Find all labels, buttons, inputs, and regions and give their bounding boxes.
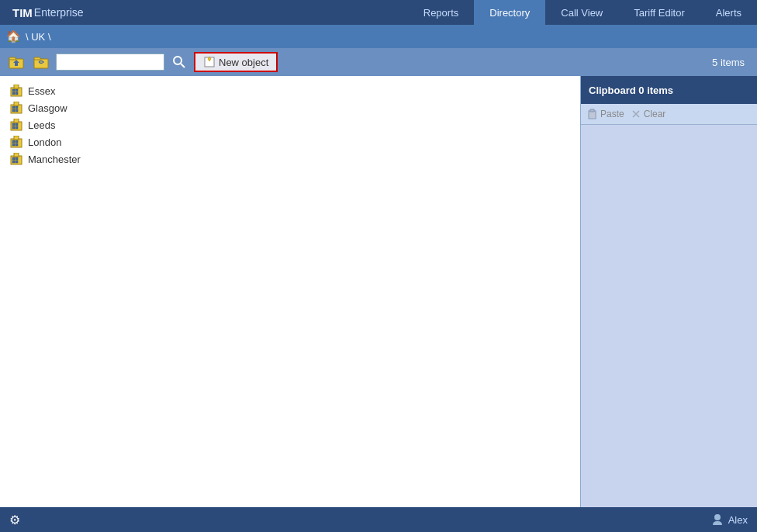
building-icon xyxy=(9,102,23,114)
item-name: Manchester xyxy=(28,154,81,165)
building-icon xyxy=(9,85,23,97)
tab-alerts[interactable]: Alerts xyxy=(700,0,757,25)
nav-tabs: Reports Directory Call View Tariff Edito… xyxy=(408,0,757,25)
folder-up-button[interactable] xyxy=(6,52,26,72)
svg-rect-11 xyxy=(16,89,18,92)
toolbar: New object 5 items xyxy=(0,48,757,76)
paste-label: Paste xyxy=(600,109,624,119)
svg-rect-19 xyxy=(16,109,18,112)
svg-rect-13 xyxy=(16,92,18,95)
svg-point-41 xyxy=(714,514,721,520)
svg-rect-1 xyxy=(9,57,16,60)
new-object-label: New object xyxy=(219,57,268,68)
svg-rect-24 xyxy=(12,126,15,129)
list-item[interactable]: Essex xyxy=(3,82,577,99)
tab-reports[interactable]: Reports xyxy=(408,0,475,25)
footer-user: Alex xyxy=(711,513,748,526)
item-name: Essex xyxy=(28,85,55,97)
svg-rect-26 xyxy=(14,119,19,123)
svg-rect-9 xyxy=(11,88,22,96)
item-name: Leeds xyxy=(28,119,55,131)
search-button[interactable] xyxy=(169,52,189,72)
svg-rect-32 xyxy=(14,136,19,140)
svg-rect-27 xyxy=(11,139,22,147)
home-icon[interactable]: 🏠 xyxy=(6,29,21,43)
svg-rect-28 xyxy=(12,140,15,143)
svg-rect-25 xyxy=(16,126,18,129)
clipboard-panel: Clipboard 0 items Paste Clear xyxy=(580,76,757,507)
folder-refresh-icon xyxy=(33,55,49,69)
list-item[interactable]: London xyxy=(3,133,577,150)
clear-label: Clear xyxy=(644,109,666,119)
search-input[interactable] xyxy=(56,54,164,71)
svg-rect-10 xyxy=(12,89,15,92)
svg-rect-22 xyxy=(12,123,15,126)
clipboard-body xyxy=(581,125,757,507)
tab-callview[interactable]: Call View xyxy=(545,0,618,25)
svg-rect-20 xyxy=(14,102,19,105)
building-icon xyxy=(9,153,23,165)
svg-rect-38 xyxy=(14,153,19,157)
svg-rect-18 xyxy=(12,109,15,112)
clear-button[interactable]: Clear xyxy=(631,109,666,119)
clear-icon xyxy=(631,109,641,119)
clipboard-header: Clipboard 0 items xyxy=(581,76,757,104)
tab-directory[interactable]: Directory xyxy=(474,0,545,25)
search-icon xyxy=(173,56,185,68)
svg-rect-29 xyxy=(16,140,18,143)
main-area: Essex Glasgow xyxy=(0,76,757,507)
breadcrumb-path: \ UK \ xyxy=(26,31,51,43)
svg-rect-40 xyxy=(590,109,594,112)
folder-up-icon xyxy=(9,55,24,69)
logo-tim: TIM xyxy=(12,6,33,19)
svg-point-5 xyxy=(174,57,181,64)
svg-rect-35 xyxy=(16,157,18,160)
paste-icon xyxy=(587,109,598,119)
svg-rect-14 xyxy=(14,85,19,88)
svg-rect-23 xyxy=(16,123,18,126)
footer: ⚙ Alex xyxy=(0,507,757,532)
tab-tariffeditor[interactable]: Tariff Editor xyxy=(618,0,700,25)
svg-rect-17 xyxy=(16,106,18,109)
svg-rect-4 xyxy=(34,57,40,60)
svg-rect-31 xyxy=(16,143,18,146)
svg-rect-34 xyxy=(12,157,15,160)
list-item[interactable]: Glasgow xyxy=(3,99,577,116)
building-icon xyxy=(9,119,23,131)
user-icon xyxy=(711,513,724,526)
settings-button[interactable]: ⚙ xyxy=(9,513,20,527)
breadcrumb: 🏠 \ UK \ xyxy=(0,25,757,48)
logo-area: TIM Enterprise xyxy=(0,6,96,19)
item-name: London xyxy=(28,136,61,148)
svg-rect-37 xyxy=(16,161,18,163)
list-item[interactable]: Leeds xyxy=(3,116,577,133)
svg-rect-21 xyxy=(11,122,22,130)
logo-enterprise: Enterprise xyxy=(34,6,84,19)
svg-line-6 xyxy=(181,64,185,67)
item-name: Glasgow xyxy=(28,102,67,114)
folder-refresh-button[interactable] xyxy=(31,52,51,72)
new-object-icon xyxy=(203,56,216,68)
svg-rect-15 xyxy=(11,105,22,113)
clipboard-title: Clipboard xyxy=(589,85,636,96)
building-icon xyxy=(9,136,23,148)
svg-rect-33 xyxy=(11,156,22,164)
list-item[interactable]: Manchester xyxy=(3,150,577,168)
new-object-button[interactable]: New object xyxy=(194,52,278,72)
svg-rect-30 xyxy=(12,143,15,146)
svg-rect-36 xyxy=(12,161,15,163)
directory-list: Essex Glasgow xyxy=(0,76,580,507)
svg-rect-16 xyxy=(12,106,15,109)
svg-rect-12 xyxy=(12,92,15,95)
header: TIM Enterprise Reports Directory Call Vi… xyxy=(0,0,757,25)
paste-button[interactable]: Paste xyxy=(587,109,624,119)
clipboard-count: 0 items xyxy=(638,85,673,96)
username: Alex xyxy=(728,514,748,526)
items-count: 5 items xyxy=(712,57,751,68)
clipboard-actions: Paste Clear xyxy=(581,104,757,125)
